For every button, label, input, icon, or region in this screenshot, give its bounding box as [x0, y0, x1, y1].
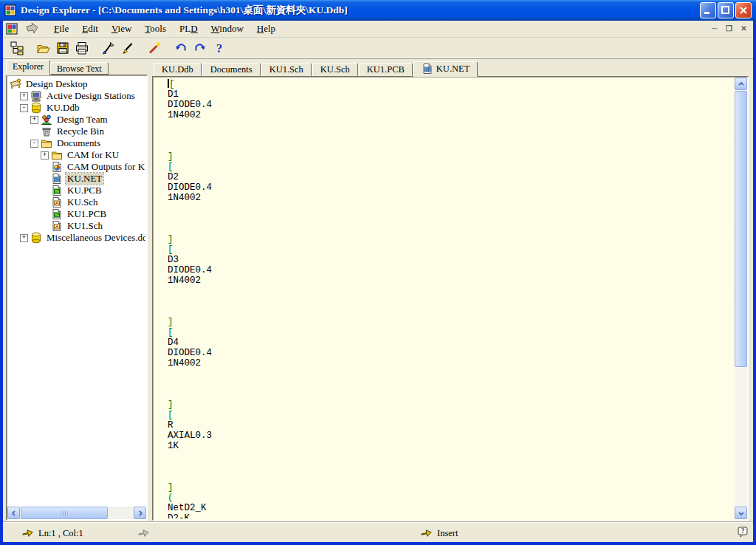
pen-tool-button[interactable]: [118, 39, 137, 57]
editor-line[interactable]: [168, 286, 733, 296]
redo-button[interactable]: [190, 39, 210, 57]
scroll-down-button[interactable]: [735, 507, 747, 519]
menu-view[interactable]: View: [105, 21, 138, 36]
tree-item-label[interactable]: KU.NET: [66, 173, 103, 185]
down-arrow-menu-icon[interactable]: [25, 21, 40, 36]
tree-item-ku-sch[interactable]: KU.Sch: [10, 196, 145, 208]
tree-item-label[interactable]: Recycle Bin: [55, 126, 106, 137]
tree-item-miscellaneous-devices-ddb[interactable]: +Miscellaneous Devices.ddb: [10, 232, 145, 244]
editor-line[interactable]: D2-K: [168, 513, 733, 518]
editor-line[interactable]: 1N4002: [168, 110, 733, 120]
editor-line[interactable]: [168, 224, 733, 234]
editor-line[interactable]: 1K: [168, 441, 733, 451]
editor-line[interactable]: [168, 296, 733, 306]
open-document-button[interactable]: [34, 39, 53, 57]
tree-item-label[interactable]: KU.Ddb: [45, 102, 80, 114]
menu-help[interactable]: Help: [250, 21, 282, 36]
editor-line[interactable]: [168, 131, 733, 141]
editor-line[interactable]: [: [168, 327, 733, 337]
tree-item-label[interactable]: KU.PCB: [66, 185, 103, 196]
tree-item-label[interactable]: Design Team: [55, 114, 109, 126]
editor-line[interactable]: [168, 120, 733, 131]
expand-box[interactable]: +: [41, 151, 49, 160]
document-tab-ku1-sch[interactable]: KU1.Sch: [261, 63, 312, 76]
mdi-restore-button[interactable]: ❐: [723, 24, 735, 35]
editor-line[interactable]: ]: [168, 400, 733, 410]
editor-line[interactable]: D1: [168, 89, 733, 100]
knife-tool-button[interactable]: [99, 39, 118, 57]
editor-line[interactable]: D3: [168, 255, 733, 265]
scroll-up-button[interactable]: [735, 78, 747, 90]
editor-line[interactable]: 1N4002: [168, 193, 733, 203]
undo-button[interactable]: [171, 39, 190, 57]
document-tab-documents[interactable]: Documents: [202, 63, 261, 76]
tree-item-label[interactable]: CAM for KU: [66, 149, 120, 161]
tree-item-ku1-pcb[interactable]: KU1.PCB: [10, 208, 145, 220]
menu-file[interactable]: File: [47, 21, 75, 36]
editor-line[interactable]: [168, 141, 733, 151]
scroll-left-button[interactable]: [7, 507, 20, 519]
panel-tab-explorer[interactable]: Explorer: [6, 60, 50, 75]
tree-item-label[interactable]: KU1.PCB: [66, 208, 108, 220]
mdi-minimize-button[interactable]: ─: [708, 24, 721, 35]
tree-item-active-design-stations[interactable]: +Active Design Stations: [10, 90, 145, 102]
tree-item-design-team[interactable]: +Design Team: [10, 114, 145, 126]
tree-item-label[interactable]: Miscellaneous Devices.ddb: [45, 232, 145, 244]
editor-line[interactable]: D2: [168, 172, 733, 182]
editor-line[interactable]: ]: [168, 234, 733, 244]
editor-line[interactable]: [168, 472, 733, 482]
tree-item-label[interactable]: KU1.Sch: [66, 220, 104, 232]
editor-line[interactable]: (: [168, 493, 733, 503]
tree-item-cam-outputs-for-ku[interactable]: CAM Outputs for KU: [10, 161, 145, 173]
editor-line[interactable]: [: [168, 410, 733, 420]
editor-line[interactable]: AXIAL0.3: [168, 431, 733, 441]
help-balloon-icon[interactable]: ?: [738, 527, 749, 541]
editor-line[interactable]: [168, 203, 733, 213]
editor-line[interactable]: [168, 462, 733, 472]
scroll-right-button[interactable]: [134, 507, 146, 519]
wizard-button[interactable]: [145, 39, 164, 57]
editor-line[interactable]: [168, 369, 733, 379]
editor-line[interactable]: DIODE0.4: [168, 348, 733, 358]
editor-line[interactable]: 1N4002: [168, 275, 733, 286]
tree-item-ku1-sch[interactable]: KU1.Sch: [10, 220, 145, 232]
editor-line[interactable]: 1N4002: [168, 358, 733, 369]
editor-line[interactable]: DIODE0.4: [168, 182, 733, 193]
document-tab-ku-ddb[interactable]: KU.Ddb: [154, 63, 202, 76]
explorer-panel-toggle-button[interactable]: [7, 39, 27, 57]
editor-line[interactable]: NetD2_K: [168, 503, 733, 513]
editor-line[interactable]: D4: [168, 337, 733, 348]
netlist-text[interactable]: [D1DIODE0.41N4002 ][D2DIODE0.41N4002 ][D…: [154, 79, 733, 518]
tree-item-label[interactable]: Documents: [55, 137, 102, 149]
maximize-button[interactable]: [718, 2, 734, 18]
tree-item-cam-for-ku[interactable]: +CAM for KU: [10, 149, 145, 161]
editor-vertical-scrollbar[interactable]: [735, 78, 747, 519]
document-tab-ku1-pcb[interactable]: KU1.PCB: [359, 63, 413, 76]
collapse-box[interactable]: -: [30, 140, 38, 148]
menu-window[interactable]: Window: [205, 21, 250, 36]
tree-item-ku-pcb[interactable]: KU.PCB: [10, 185, 145, 196]
titlebar[interactable]: Design Explorer - [C:\Documents and Sett…: [0, 0, 756, 21]
tree-item-label[interactable]: CAM Outputs for KU: [66, 161, 145, 173]
editor-line[interactable]: [: [168, 162, 733, 172]
editor-line[interactable]: [168, 389, 733, 400]
tree-item-ku-ddb[interactable]: -KU.Ddb: [10, 102, 145, 114]
minimize-button[interactable]: [700, 2, 716, 18]
editor-line[interactable]: ]: [168, 317, 733, 327]
mdi-close-button[interactable]: ✕: [738, 24, 750, 35]
editor-line[interactable]: ]: [168, 151, 733, 162]
text-editor[interactable]: [D1DIODE0.41N4002 ][D2DIODE0.41N4002 ][D…: [152, 76, 749, 521]
menu-pld[interactable]: PLD: [173, 21, 205, 36]
scrollbar-thumb[interactable]: [735, 91, 747, 367]
tree-item-design-desktop[interactable]: Design Desktop: [10, 78, 145, 90]
expand-box[interactable]: +: [20, 234, 28, 242]
editor-line[interactable]: [: [168, 79, 733, 89]
tree-item-recycle-bin[interactable]: Recycle Bin: [10, 126, 145, 137]
editor-line[interactable]: [: [168, 244, 733, 255]
tree-item-label[interactable]: Design Desktop: [24, 78, 89, 90]
tree-item-label[interactable]: Active Design Stations: [45, 90, 137, 102]
help-button[interactable]: ?: [210, 39, 229, 57]
menu-tools[interactable]: Tools: [138, 21, 173, 36]
expand-box[interactable]: +: [20, 92, 28, 100]
menu-edit[interactable]: Edit: [75, 21, 105, 36]
